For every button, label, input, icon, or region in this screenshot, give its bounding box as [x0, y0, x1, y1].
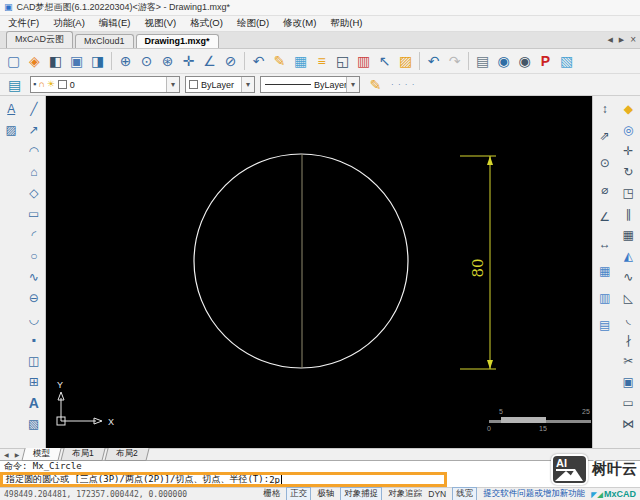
zoom-previous-button[interactable]: ⊘ [220, 51, 241, 72]
lineweight-pencil-icon[interactable]: ✎ [365, 74, 386, 95]
drawn-circle[interactable] [194, 154, 408, 368]
text-lines-button[interactable]: ≡ [311, 51, 332, 72]
dim-edit-button[interactable]: ↔ [595, 235, 615, 253]
open-folder-button[interactable]: ◧ [45, 51, 66, 72]
layer-freeze-icon[interactable]: ☀ [47, 80, 55, 89]
view-back-button[interactable]: ↶ [248, 51, 269, 72]
menu-function[interactable]: 功能(A) [53, 17, 85, 30]
print-button[interactable]: ▤ [472, 51, 493, 72]
screen-view-button[interactable]: ◱ [332, 51, 353, 72]
layers-stack-icon[interactable]: ▤ [4, 74, 25, 95]
menu-help[interactable]: 帮助(H) [330, 17, 362, 30]
move-button[interactable]: ✛ [618, 142, 638, 160]
layout-tab-model[interactable]: 模型 [22, 448, 62, 461]
dim-style-2-button[interactable]: ▥ [595, 289, 615, 307]
copy-button[interactable]: ◎ [618, 121, 638, 139]
polygon-button[interactable]: ◇ [24, 184, 44, 202]
save-button[interactable]: ▣ [66, 51, 87, 72]
toggle-lineweight[interactable]: 线宽 [452, 487, 477, 500]
linetype-combo-arrow-icon[interactable]: ▾ [346, 77, 359, 92]
zoom-dynamic-button[interactable]: ⊙ [136, 51, 157, 72]
palette-button[interactable]: ▦ [290, 51, 311, 72]
toggle-ortho[interactable]: 正交 [286, 487, 311, 500]
spline-button[interactable]: ∿ [24, 268, 44, 286]
dim-radius-button[interactable]: ⊙ [595, 154, 615, 172]
menu-format[interactable]: 格式(O) [190, 17, 223, 30]
block-create-button[interactable]: ⊞ [24, 373, 44, 391]
arc-continue-button[interactable]: ◡ [24, 310, 44, 328]
color-combo-arrow-icon[interactable]: ▾ [241, 77, 254, 92]
feedback-link[interactable]: 提交软件问题或增加新功能 [483, 488, 585, 500]
dimension-80[interactable]: 80 [460, 156, 496, 369]
circle-button[interactable]: ○ [24, 247, 44, 265]
draw-order-button[interactable]: ✎ [269, 51, 290, 72]
layer-lock-icon[interactable]: ∩ [38, 80, 44, 89]
layer-paint-button[interactable]: ▨ [395, 51, 416, 72]
image-button[interactable]: ▧ [24, 415, 44, 433]
arc-3pt-button[interactable]: ◜ [24, 226, 44, 244]
offset-button[interactable]: ∥ [618, 205, 638, 223]
erase-button[interactable]: ◆ [618, 100, 638, 118]
toggle-polar[interactable]: 极轴 [317, 488, 334, 500]
command-input[interactable]: 指定圆的圆心或 [三点(3P)/两点(2P)]/切点、切点、半径(T): 2p [0, 472, 447, 487]
arc-button[interactable]: ◠ [24, 142, 44, 160]
stretch-button[interactable]: ∿ [618, 268, 638, 286]
toggle-otrack[interactable]: 对象追踪 [388, 488, 422, 500]
line-button[interactable]: ╱ [24, 100, 44, 118]
linetype-combo[interactable]: ByLayer ▾ [260, 76, 360, 93]
image-insert-button[interactable]: ▧ [556, 51, 577, 72]
tab-scroll-left-icon[interactable]: ◀ [607, 36, 612, 44]
fillet-button[interactable]: ◟ [618, 310, 638, 328]
web-publish-button[interactable]: ◉ [493, 51, 514, 72]
dim-style-3-button[interactable]: ▤ [595, 316, 615, 334]
tab-drawing1[interactable]: Drawing1.mxg* [136, 34, 219, 48]
point-button[interactable]: ▪ [24, 331, 44, 349]
menu-edit[interactable]: 编辑(E) [99, 17, 131, 30]
join-button[interactable]: ⋈ [618, 415, 638, 433]
undo-button[interactable]: ↶ [423, 51, 444, 72]
layout-scroll-left-icon[interactable]: ◀ [2, 451, 11, 458]
trim-button[interactable]: ✂ [618, 352, 638, 370]
select-tool-button[interactable]: ↖ [374, 51, 395, 72]
layout-scroll-right-icon[interactable]: ▶ [13, 451, 22, 458]
toggle-dyn[interactable]: DYN [428, 489, 446, 499]
ellipse-button[interactable]: ⊖ [24, 289, 44, 307]
dim-diameter-button[interactable]: ⌀ [595, 181, 615, 199]
chamfer-button[interactable]: ◺ [618, 289, 638, 307]
menu-modify[interactable]: 修改(M) [283, 17, 316, 30]
zoom-extents-button[interactable]: ⊛ [157, 51, 178, 72]
tab-scroll-right-icon[interactable]: ▶ [619, 36, 624, 44]
layer-plot-icon[interactable]: ▪ [33, 80, 36, 89]
rotate-button[interactable]: ↻ [618, 163, 638, 181]
layout-tab-layout1[interactable]: 布局1 [61, 448, 106, 461]
open-cad-button[interactable]: ◈ [24, 51, 45, 72]
pan-button[interactable]: ✛ [178, 51, 199, 72]
text-style-button[interactable]: A [1, 100, 21, 118]
menu-file[interactable]: 文件(F) [8, 17, 39, 30]
ucs-view-button[interactable]: ∠ [199, 51, 220, 72]
toggle-grid[interactable]: 栅格 [263, 488, 280, 500]
menu-draw[interactable]: 绘图(D) [237, 17, 269, 30]
dim-angular-button[interactable]: ∠ [595, 208, 615, 226]
polyline-button[interactable]: ↗ [24, 121, 44, 139]
mirror-button[interactable]: ◭ [618, 247, 638, 265]
layer-combo-arrow-icon[interactable]: ▾ [166, 77, 179, 92]
break-button[interactable]: ∤ [618, 331, 638, 349]
color-combo[interactable]: ByLayer ▾ [185, 76, 255, 93]
polygon-regular-button[interactable]: ⌂ [24, 163, 44, 181]
layer-manager-button[interactable]: ▥ [353, 51, 374, 72]
block-insert-button[interactable]: ◫ [24, 352, 44, 370]
array-button[interactable]: ▦ [618, 226, 638, 244]
pdf-export-button[interactable]: P [535, 51, 556, 72]
scale-button[interactable]: ◳ [618, 184, 638, 202]
zoom-window-button[interactable]: ⊕ [115, 51, 136, 72]
rectangle-button[interactable]: ▭ [24, 205, 44, 223]
redo-button[interactable]: ↷ [444, 51, 465, 72]
menu-view[interactable]: 视图(V) [144, 17, 176, 30]
toggle-osnap[interactable]: 对象捕捉 [340, 487, 382, 500]
layer-combo[interactable]: ▪ ∩ ☀ 0 ▾ [30, 76, 180, 93]
layout-tab-layout2[interactable]: 布局2 [104, 448, 149, 461]
explode-button[interactable]: ▣ [618, 373, 638, 391]
tab-mxcloud1[interactable]: MxCloud1 [75, 34, 134, 48]
tab-mxcad-cloud[interactable]: MxCAD云图 [6, 31, 73, 48]
